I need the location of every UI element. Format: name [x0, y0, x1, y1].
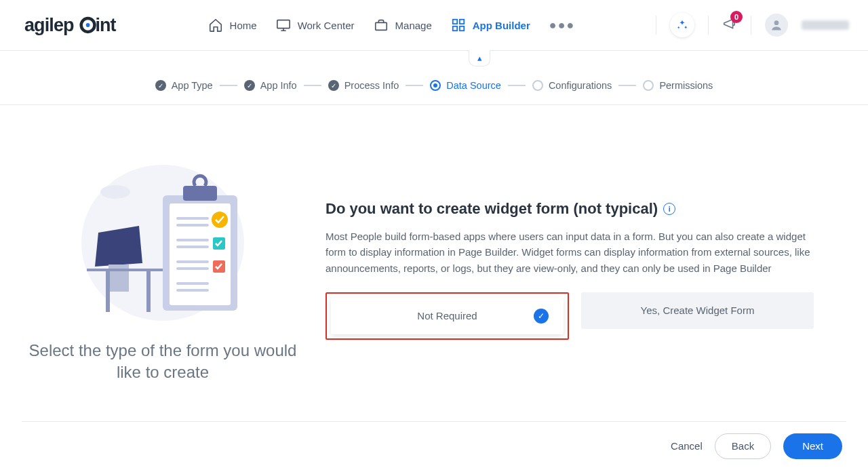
- svg-rect-24: [176, 260, 209, 263]
- svg-rect-21: [176, 224, 209, 227]
- monitor-icon: [276, 18, 291, 33]
- nav-more-icon[interactable]: ●●●: [549, 18, 576, 33]
- main-nav: Home Work Center Manage App Builder ●●●: [208, 18, 576, 33]
- step-label: Permissions: [659, 80, 713, 91]
- nav-item-app-builder[interactable]: App Builder: [451, 18, 530, 33]
- svg-rect-4: [277, 20, 289, 28]
- svg-rect-23: [176, 246, 209, 248]
- svg-rect-9: [460, 26, 464, 31]
- svg-rect-7: [460, 20, 464, 24]
- svg-rect-25: [176, 267, 209, 270]
- grid-icon: [451, 18, 466, 33]
- svg-rect-20: [176, 217, 209, 220]
- option-not-required[interactable]: Not Required ✓: [331, 298, 564, 334]
- nav-item-home[interactable]: Home: [208, 18, 257, 33]
- svg-text:int: int: [95, 15, 116, 35]
- svg-rect-8: [453, 26, 457, 31]
- step-separator: [618, 85, 636, 86]
- step-label: App Info: [260, 80, 297, 91]
- top-header: agilep int Home Work Center Manage: [0, 0, 868, 51]
- notifications-button[interactable]: 0: [722, 16, 737, 34]
- svg-rect-16: [146, 271, 151, 312]
- svg-rect-22: [176, 239, 209, 241]
- notification-badge: 0: [730, 11, 743, 23]
- nav-label: Home: [230, 20, 257, 31]
- step-app-type[interactable]: ✓ App Type: [155, 80, 213, 91]
- left-caption: Select the type of the form you would li…: [27, 340, 298, 384]
- info-icon[interactable]: i: [663, 203, 675, 215]
- active-step-icon: [430, 80, 441, 91]
- divider: [656, 16, 656, 35]
- divider: [708, 16, 709, 35]
- svg-rect-6: [453, 20, 457, 24]
- next-button[interactable]: Next: [783, 433, 842, 459]
- step-app-info[interactable]: ✓ App Info: [244, 80, 297, 91]
- user-icon: [770, 18, 783, 32]
- nav-item-work-center[interactable]: Work Center: [276, 18, 355, 33]
- nav-label: Work Center: [298, 20, 355, 31]
- question-heading: Do you want to create widget form (not t…: [326, 200, 658, 218]
- pending-step-icon: [643, 80, 654, 91]
- check-icon: ✓: [244, 80, 255, 91]
- form-illustration: [75, 151, 251, 328]
- wizard-footer: Cancel Back Next: [22, 421, 846, 470]
- step-label: Data Source: [446, 80, 501, 91]
- svg-rect-19: [183, 186, 217, 201]
- svg-rect-26: [176, 282, 209, 285]
- check-icon: ✓: [534, 309, 549, 324]
- step-separator: [220, 85, 237, 86]
- step-label: Configurations: [549, 80, 612, 91]
- option-row: Not Required ✓ Yes, Create Widget Form: [326, 292, 814, 340]
- step-label: Process Info: [344, 80, 399, 91]
- svg-point-10: [774, 20, 779, 25]
- chevron-up-icon: ▴: [477, 53, 482, 63]
- left-panel: Select the type of the form you would li…: [27, 146, 298, 424]
- nav-item-manage[interactable]: Manage: [374, 18, 432, 33]
- nav-label: App Builder: [473, 20, 530, 31]
- step-data-source[interactable]: Data Source: [430, 80, 501, 91]
- back-button[interactable]: Back: [715, 433, 771, 459]
- pending-step-icon: [532, 80, 543, 91]
- option-label: Not Required: [417, 310, 477, 321]
- content-area: Select the type of the form you would li…: [0, 105, 868, 424]
- svg-text:agilep: agilep: [24, 15, 74, 35]
- assistant-icon[interactable]: [670, 13, 694, 37]
- header-right: 0: [656, 13, 849, 37]
- step-separator: [508, 85, 526, 86]
- username-redacted: [802, 20, 849, 30]
- avatar[interactable]: [765, 14, 788, 37]
- check-icon: ✓: [328, 80, 339, 91]
- step-separator: [304, 85, 321, 86]
- briefcase-icon: [374, 18, 389, 33]
- home-icon: [208, 18, 223, 33]
- svg-rect-5: [375, 22, 387, 30]
- svg-rect-27: [176, 289, 209, 292]
- svg-point-2: [86, 23, 90, 27]
- nav-label: Manage: [395, 20, 432, 31]
- divider: [751, 16, 751, 35]
- option-yes-widget[interactable]: Yes, Create Widget Form: [581, 292, 814, 329]
- svg-rect-14: [87, 269, 175, 271]
- question-row: Do you want to create widget form (not t…: [326, 200, 814, 218]
- option-label: Yes, Create Widget Form: [641, 305, 755, 316]
- svg-point-12: [100, 185, 130, 199]
- question-description: Most People build form-based apps where …: [326, 229, 814, 276]
- check-icon: ✓: [155, 80, 166, 91]
- collapse-toggle[interactable]: ▴: [469, 50, 490, 66]
- highlight-annotation: Not Required ✓: [326, 292, 569, 340]
- wizard-stepper: ✓ App Type ✓ App Info ✓ Process Info Dat…: [0, 66, 868, 105]
- step-separator: [406, 85, 423, 86]
- cancel-button[interactable]: Cancel: [671, 440, 703, 452]
- right-panel: Do you want to create widget form (not t…: [326, 146, 841, 424]
- step-configurations[interactable]: Configurations: [532, 80, 612, 91]
- step-process-info[interactable]: ✓ Process Info: [328, 80, 399, 91]
- brand-logo: agilep int: [19, 13, 127, 37]
- step-permissions[interactable]: Permissions: [643, 80, 713, 91]
- svg-rect-15: [106, 271, 110, 312]
- step-label: App Type: [172, 80, 213, 91]
